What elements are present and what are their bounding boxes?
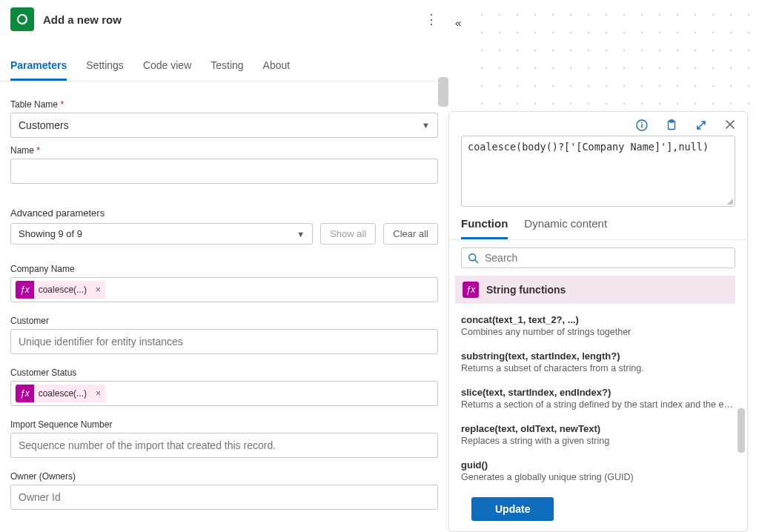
clipboard-icon[interactable] [666, 119, 677, 131]
svg-line-7 [475, 259, 478, 262]
expression-textarea[interactable]: coalesce(body()?['[Company Name]'],null) [461, 136, 735, 207]
function-signature: concat(text_1, text_2?, ...) [461, 314, 735, 325]
company-name-input[interactable]: ƒx coalesce(...) × [10, 277, 438, 302]
action-title: Add a new row [43, 13, 416, 26]
canvas-dots [467, 0, 759, 111]
advanced-parameters-label: Advanced parameters [10, 207, 438, 219]
function-item[interactable]: substring(text, startIndex, length?) Ret… [461, 345, 735, 381]
customer-input[interactable] [10, 329, 438, 354]
more-menu-icon[interactable]: ⋮ [425, 11, 438, 27]
clear-all-button[interactable]: Clear all [383, 223, 438, 245]
function-item[interactable]: replace(text, oldText, newText) Replaces… [461, 417, 735, 453]
token-text: coalesce(...) [34, 285, 91, 295]
function-signature: guid() [461, 459, 735, 471]
svg-rect-3 [641, 124, 642, 128]
scrollbar-thumb[interactable] [438, 77, 448, 107]
tab-function[interactable]: Function [461, 217, 508, 239]
show-all-button[interactable]: Show all [320, 223, 376, 245]
function-description: Returns a section of a string defined by… [461, 399, 735, 410]
chevron-down-icon: ▼ [422, 121, 430, 130]
remove-token-icon[interactable]: × [91, 388, 105, 399]
tab-dynamic-content[interactable]: Dynamic content [524, 217, 607, 239]
company-name-label: Company Name [10, 264, 438, 274]
svg-point-2 [641, 122, 643, 124]
function-description: Generates a globally unique string (GUID… [461, 472, 735, 482]
owner-field[interactable] [19, 491, 430, 503]
import-seq-label: Import Sequence Number [10, 419, 438, 430]
collapse-panel-icon[interactable]: « [455, 16, 461, 29]
config-tabs: Parameters Settings Code view Testing Ab… [0, 53, 448, 82]
expression-panel-toolbar [449, 112, 747, 136]
expand-icon[interactable] [695, 119, 707, 131]
owner-label: Owner (Owners) [10, 471, 438, 482]
close-icon[interactable] [725, 119, 735, 131]
function-item[interactable]: slice(text, startIndex, endIndex?) Retur… [461, 381, 735, 417]
function-signature: substring(text, startIndex, length?) [461, 350, 735, 362]
tab-about[interactable]: About [263, 53, 291, 81]
function-signature: replace(text, oldText, newText) [461, 423, 735, 434]
expression-editor-panel: coalesce(body()?['[Company Name]'],null)… [448, 111, 748, 532]
name-input[interactable] [10, 159, 438, 184]
function-item[interactable]: guid() Generates a globally unique strin… [461, 453, 735, 488]
function-item[interactable]: concat(text_1, text_2?, ...) Combines an… [461, 308, 735, 345]
table-name-label: Table Name * [10, 99, 438, 110]
customer-status-label: Customer Status [10, 368, 438, 378]
name-label: Name * [10, 145, 438, 156]
import-seq-field[interactable] [19, 439, 430, 451]
fx-icon: ƒx [16, 281, 34, 299]
function-search[interactable] [461, 247, 735, 268]
expression-token[interactable]: ƒx coalesce(...) × [16, 385, 105, 402]
category-label: String functions [486, 284, 566, 296]
function-search-input[interactable] [485, 252, 729, 264]
fx-icon: ƒx [16, 385, 34, 402]
scrollbar-thumb[interactable] [738, 408, 745, 453]
advanced-summary-text: Showing 9 of 9 [19, 228, 82, 239]
dataverse-icon [10, 7, 34, 31]
name-field[interactable] [19, 165, 430, 177]
action-config-pane: Add a new row ⋮ « Parameters Settings Co… [0, 0, 448, 532]
info-icon[interactable] [636, 119, 648, 131]
table-name-value: Customers [19, 119, 69, 131]
customer-field[interactable] [19, 336, 430, 348]
search-icon [468, 253, 479, 264]
customer-label: Customer [10, 316, 438, 326]
function-signature: slice(text, startIndex, endIndex?) [461, 387, 735, 398]
function-description: Replaces a string with a given string [461, 436, 735, 446]
tab-parameters[interactable]: Parameters [10, 53, 67, 81]
expression-token[interactable]: ƒx coalesce(...) × [16, 281, 105, 299]
fx-icon: ƒx [463, 282, 479, 298]
token-text: coalesce(...) [34, 388, 91, 399]
update-button[interactable]: Update [471, 497, 554, 521]
customer-status-input[interactable]: ƒx coalesce(...) × [10, 381, 438, 406]
owner-input[interactable] [10, 485, 438, 510]
table-name-select[interactable]: Customers ▼ [10, 113, 438, 138]
action-header: Add a new row ⋮ [0, 0, 448, 39]
import-seq-input[interactable] [10, 433, 438, 458]
function-description: Returns a subset of characters from a st… [461, 363, 735, 373]
parameters-form: Table Name * Customers ▼ Name * Advanced… [0, 82, 448, 510]
function-description: Combines any number of strings together [461, 327, 735, 337]
expression-text: coalesce(body()?['[Company Name]'],null) [468, 141, 709, 153]
tab-testing[interactable]: Testing [211, 53, 243, 81]
required-indicator: * [60, 99, 64, 110]
required-indicator: * [36, 145, 40, 156]
expression-tabs: Function Dynamic content [449, 207, 747, 240]
chevron-down-icon: ▼ [296, 230, 305, 239]
advanced-summary-select[interactable]: Showing 9 of 9 ▼ [10, 223, 313, 245]
function-list: concat(text_1, text_2?, ...) Combines an… [449, 304, 747, 488]
expression-footer: Update [449, 488, 747, 531]
tab-settings[interactable]: Settings [86, 53, 124, 81]
remove-token-icon[interactable]: × [91, 285, 105, 295]
advanced-parameters-row: Showing 9 of 9 ▼ Show all Clear all [10, 223, 438, 245]
tab-code-view[interactable]: Code view [143, 53, 191, 81]
function-category-header[interactable]: ƒx String functions [455, 276, 735, 304]
